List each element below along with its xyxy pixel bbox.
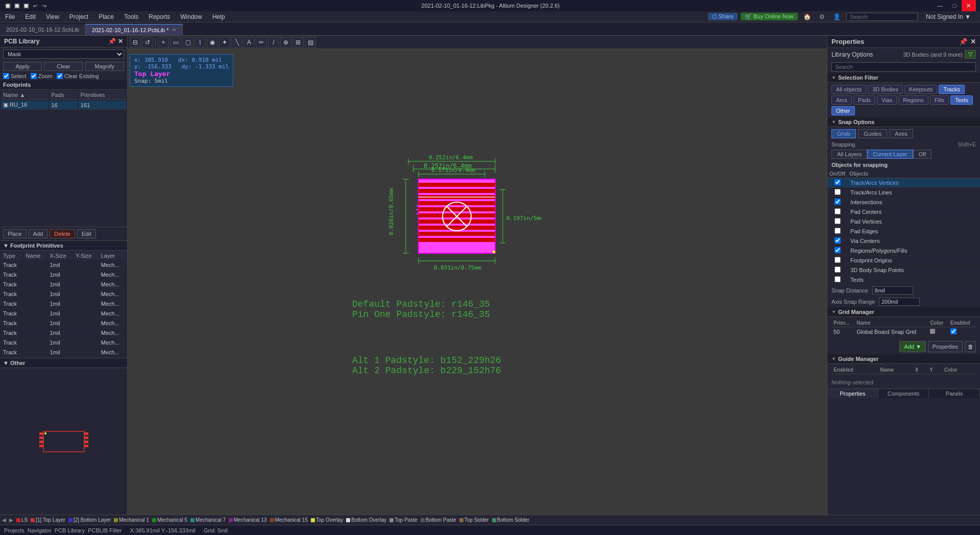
layer-bottom-overlay[interactable]: Bottom Overlay [346,517,386,523]
primitive-row-6[interactable]: Track1milMech... [1,319,126,328]
obj-row-footprint-origins[interactable]: Footprint Origins [827,256,980,265]
sf-arcs[interactable]: Arcs [831,95,852,105]
close-button[interactable]: ✕ [962,0,976,11]
select-tool[interactable]: ▢ [182,37,193,48]
pcb-lib-pin-icon[interactable]: 📌 [108,38,116,45]
bottom-tab-panels[interactable]: Panels [929,389,980,398]
add-tool[interactable]: + [158,37,169,48]
primitive-row-2[interactable]: Track1milMech... [1,280,126,289]
tab-pcblib-close[interactable]: ✕ [172,27,176,33]
delete-footprint-button[interactable]: Delete [50,229,75,238]
sf-fills[interactable]: Fills [930,95,949,105]
primitive-row-0[interactable]: Track1milMech... [1,261,126,270]
menu-tools[interactable]: Tools [119,11,143,22]
tab-pcblib[interactable]: 2021-02-10_01-16-12.PcbLib * ✕ [86,24,182,35]
snap-current-layer[interactable]: Current Layer [867,150,913,159]
layer-top-solder[interactable]: Top Solder [459,517,489,523]
cb-footprint-origins[interactable] [835,257,841,263]
navigator-tab[interactable]: Navigator [28,527,52,533]
primitive-row-4[interactable]: Track1milMech... [1,300,126,308]
sf-3d-bodies[interactable]: 3D Bodies [868,85,903,94]
obj-row-texts[interactable]: Texts [827,275,980,285]
maximize-button[interactable]: □ [947,0,962,11]
props-close-icon[interactable]: ✕ [970,38,976,45]
zoom-checkbox[interactable] [31,73,37,79]
sf-texts[interactable]: Texts [950,95,973,105]
menu-view[interactable]: View [41,11,64,22]
sf-tracks[interactable]: Tracks [939,85,965,94]
cb-texts[interactable] [835,276,841,282]
sf-all-objects[interactable]: All objects [831,85,866,94]
col-primitives[interactable]: Primitives [79,91,126,100]
obj-row-3d-body-snap-points[interactable]: 3D Body Snap Points [827,265,980,275]
layer-top-paste[interactable]: Top Paste [389,517,417,523]
cb-pad-vertices[interactable] [835,218,841,224]
sign-in-button[interactable]: Not Signed In ▼ [921,11,976,22]
menu-edit[interactable]: Edit [20,11,41,22]
minimize-button[interactable]: — [933,0,947,11]
grid-properties-button[interactable]: Properties [928,341,963,352]
wire-tool[interactable]: ⌇ [194,37,206,48]
grid-enabled-cell[interactable] [948,327,976,337]
pcb-library-tab[interactable]: PCB Library [55,527,85,533]
cb-3d-body-snap-points[interactable] [835,266,841,273]
cb-regions-polygons-fills[interactable] [835,247,841,253]
sf-keepouts[interactable]: Keepouts [904,85,937,94]
zoom-checkbox-label[interactable]: Zoom [31,73,53,79]
primitives-section-title[interactable]: ▼ Footprint Primitives [0,241,127,251]
other-section-title[interactable]: ▼ Other [0,358,127,368]
filter-tool[interactable]: ⊟ [130,37,141,48]
obj-row-via-centers[interactable]: Via Centers [827,236,980,246]
layer-arrow-left[interactable]: ◀ [2,517,6,523]
obj-row-track-arcs-vertices[interactable]: Track/Arcs Vertices [827,178,980,188]
pcblib-filter-tab[interactable]: PCBLIB Filter [88,527,122,533]
primitive-row-5[interactable]: Track1milMech... [1,309,126,318]
snap-tab-grids[interactable]: Grids [831,129,856,138]
clear-button[interactable]: Clear [44,62,83,71]
pin-tool[interactable]: ◉ [207,37,218,48]
primitive-row-1[interactable]: Track1milMech... [1,271,126,279]
pen-tool[interactable]: ✏ [256,37,267,48]
global-search-input[interactable] [846,13,918,21]
rect-tool[interactable]: ▭ [170,37,181,48]
cb-intersections[interactable] [835,199,841,205]
primitive-row-9[interactable]: Track1milMech... [1,348,126,357]
place-button[interactable]: Place [3,229,27,238]
canvas-area[interactable]: ⊟ ↺ + ▭ ▢ ⌇ ◉ ✦ ╲ A ✏ / ⊕ ⊞ ▤ x: 385.910… [128,36,827,515]
selection-filter-section-title[interactable]: Selection Filter [827,73,980,83]
tab-schlib[interactable]: 2021-02-10_01-16-12.SchLib [0,24,86,35]
line-tool[interactable]: ╲ [231,37,242,48]
lib-options-filter-button[interactable]: ▽ [965,50,976,59]
clear-existing-checkbox[interactable] [57,73,63,79]
sf-other[interactable]: Other [831,106,855,115]
star-tool[interactable]: ✦ [219,37,230,48]
buy-online-button[interactable]: 🛒 Buy Online Now [741,13,798,20]
bottom-tab-properties[interactable]: Properties [827,389,878,398]
grid-add-button[interactable]: Add ▼ [899,341,926,352]
layer-mech5[interactable]: Mechanical 5 [152,517,187,523]
menu-window[interactable]: Window [175,11,207,22]
sf-regions[interactable]: Regions [898,95,928,105]
snap-tool[interactable]: ⊞ [292,37,304,48]
cb-track-arcs-lines[interactable] [835,189,841,195]
text-tool[interactable]: A [243,37,255,48]
tool-2[interactable]: ↺ [142,37,153,48]
share-button[interactable]: ⬡ Share [708,13,738,20]
layer-bottom-paste[interactable]: Bottom Paste [421,517,456,523]
primitive-row-7[interactable]: Track1milMech... [1,329,126,337]
bottom-tab-components[interactable]: Components [878,389,929,398]
layer-bottom[interactable]: [2] Bottom Layer [68,517,111,523]
layer-top-overlay[interactable]: Top Overlay [311,517,343,523]
layer-mech7[interactable]: Mechanical 7 [190,517,226,523]
menu-file[interactable]: File [0,11,20,22]
add-footprint-button[interactable]: Add [29,229,48,238]
obj-row-regions-polygons-fills[interactable]: Regions/Polygons/Fills [827,246,980,256]
snap-all-layers[interactable]: All Layers [831,150,867,159]
properties-search-input[interactable] [831,62,976,71]
grid-row-1[interactable]: 50 Global Board Snap Grid [831,327,976,337]
guide-manager-section-title[interactable]: Guide Manager [827,354,980,364]
pcb-lib-close-icon[interactable]: ✕ [118,38,123,45]
snap-options-section-title[interactable]: Snap Options [827,117,980,127]
apply-button[interactable]: Apply [3,62,42,71]
edit-footprint-button[interactable]: Edit [77,229,96,238]
